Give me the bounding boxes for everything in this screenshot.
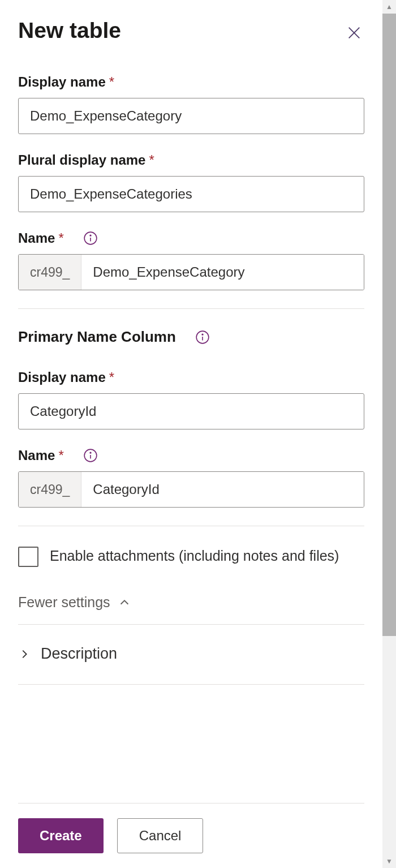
panel-content: New table Display name * Plural display … <box>18 18 364 803</box>
required-asterisk: * <box>149 152 154 168</box>
close-button[interactable] <box>344 23 364 45</box>
svg-point-10 <box>90 452 91 453</box>
required-asterisk: * <box>58 448 63 463</box>
divider <box>18 526 364 526</box>
name-prefixed-input: cr499_ <box>18 254 364 290</box>
info-icon[interactable] <box>195 330 210 345</box>
description-expand[interactable]: Description <box>18 641 117 667</box>
pnc-display-name-input[interactable] <box>18 393 364 429</box>
display-name-field: Display name * <box>18 74 364 134</box>
name-label: Name * <box>18 230 364 246</box>
panel-title: New table <box>18 18 121 43</box>
pnc-name-prefixed-input: cr499_ <box>18 471 364 508</box>
divider <box>18 308 364 309</box>
scroll-down-arrow[interactable]: ▼ <box>382 854 396 868</box>
chevron-up-icon <box>118 596 131 609</box>
pnc-name-prefix: cr499_ <box>19 472 81 507</box>
plural-display-name-field: Plural display name * <box>18 152 364 212</box>
create-button[interactable]: Create <box>18 818 104 853</box>
scroll-up-arrow[interactable]: ▲ <box>382 0 396 14</box>
svg-point-4 <box>90 235 91 236</box>
name-input[interactable] <box>81 255 364 290</box>
chevron-right-icon <box>18 648 31 660</box>
scrollbar-thumb[interactable] <box>382 14 396 636</box>
name-prefix: cr499_ <box>19 255 81 290</box>
pnc-display-name-label: Display name * <box>18 369 364 385</box>
pnc-name-input[interactable] <box>81 472 364 507</box>
required-asterisk: * <box>58 230 63 246</box>
cancel-button[interactable]: Cancel <box>117 818 204 853</box>
pnc-display-name-field: Display name * <box>18 369 364 429</box>
divider <box>18 684 364 685</box>
pnc-name-label: Name * <box>18 448 364 463</box>
name-field: Name * cr499_ <box>18 230 364 290</box>
required-asterisk: * <box>109 74 114 90</box>
pnc-name-field: Name * cr499_ <box>18 448 364 508</box>
new-table-panel: New table Display name * Plural display … <box>0 0 382 868</box>
panel-header: New table <box>18 18 364 45</box>
plural-display-name-label: Plural display name * <box>18 152 364 168</box>
divider <box>18 624 364 625</box>
enable-attachments-label: Enable attachments (including notes and … <box>50 545 339 567</box>
enable-attachments-checkbox[interactable] <box>18 547 38 567</box>
svg-point-7 <box>202 334 203 335</box>
display-name-label: Display name * <box>18 74 364 90</box>
close-icon <box>346 34 362 42</box>
plural-display-name-input[interactable] <box>18 176 364 212</box>
vertical-scrollbar[interactable]: ▲ ▼ <box>382 0 396 868</box>
info-icon[interactable] <box>83 231 98 246</box>
panel-footer: Create Cancel <box>18 803 364 868</box>
display-name-input[interactable] <box>18 98 364 134</box>
info-icon[interactable] <box>83 448 98 463</box>
fewer-settings-toggle[interactable]: Fewer settings <box>18 594 131 611</box>
primary-name-section-title: Primary Name Column <box>18 328 364 346</box>
required-asterisk: * <box>109 369 114 385</box>
enable-attachments-row: Enable attachments (including notes and … <box>18 545 364 567</box>
